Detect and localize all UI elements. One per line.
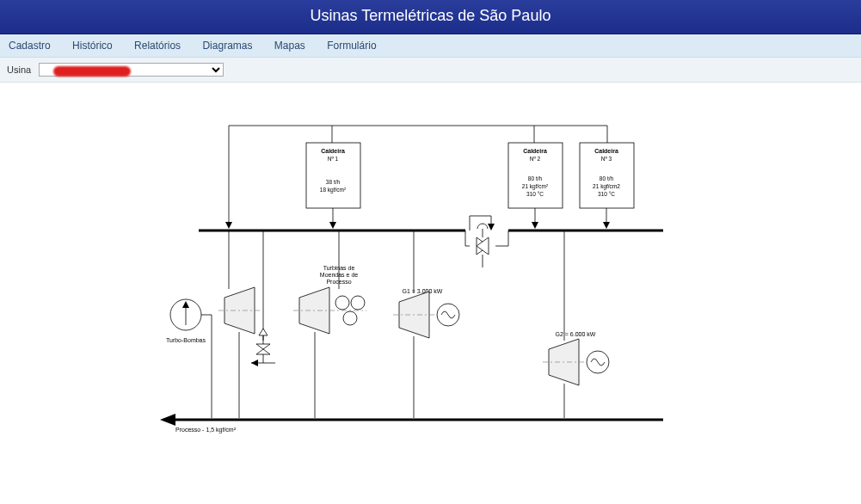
filter-bar: Usina (0, 58, 861, 83)
turbo-bombas-label: Turbo-Bombas (165, 337, 206, 343)
menu-formulario[interactable]: Formulário (327, 40, 376, 52)
process-diagram: Caldeira Nº 1 38 t/h 18 kgf/cm² Caldeira… (151, 100, 710, 470)
caldeira-1-sub: Nº 1 (327, 156, 338, 162)
caldeira-2-sub: Nº 2 (529, 156, 540, 162)
g2-turbine-icon (543, 339, 611, 385)
menu-historico[interactable]: Histórico (72, 40, 113, 52)
usina-label: Usina (7, 65, 31, 75)
turbine-2-icon (293, 287, 366, 334)
caldeira-2-l3: 310 °C (526, 191, 544, 197)
svg-marker-1 (329, 222, 336, 229)
turbinas-l1: Turbinas de (323, 265, 354, 271)
menu-diagramas[interactable]: Diagramas (202, 40, 252, 52)
svg-marker-8 (488, 224, 495, 230)
svg-marker-53 (160, 414, 175, 426)
caldeira-3-l2: 21 kgf/cm2 (593, 183, 620, 190)
svg-point-42 (343, 311, 357, 325)
svg-point-41 (351, 296, 365, 310)
redacted-value (53, 66, 131, 77)
svg-marker-34 (259, 329, 268, 335)
main-menu: Cadastro Histórico Relatórios Diagramas … (0, 34, 861, 58)
caldeira-3-title: Caldeira (594, 148, 618, 154)
caldeira-1-title: Caldeira (321, 148, 345, 154)
svg-marker-37 (251, 360, 258, 366)
svg-point-40 (335, 296, 349, 310)
caldeira-2-l2: 21 kgf/cm² (521, 183, 548, 190)
app-header: Usinas Termelétricas de São Paulo (0, 0, 861, 34)
caldeira-2-title: Caldeira (523, 148, 547, 154)
svg-marker-32 (256, 344, 270, 354)
diagram-area: Caldeira Nº 1 38 t/h 18 kgf/cm² Caldeira… (0, 83, 861, 470)
caldeira-2-l1: 80 t/h (527, 175, 542, 181)
turbo-bombas-icon (170, 299, 201, 330)
caldeira-3-sub: Nº 3 (600, 156, 612, 162)
menu-mapas[interactable]: Mapas (274, 40, 305, 52)
svg-marker-5 (603, 222, 610, 229)
app-title: Usinas Termelétricas de São Paulo (311, 7, 551, 24)
caldeira-1-l1: 38 t/h (325, 179, 340, 185)
valve-icon (251, 329, 275, 366)
processo-label: Processo - 1,5 kgf/cm² (175, 427, 237, 433)
menu-cadastro[interactable]: Cadastro (9, 40, 51, 52)
caldeira-1-l2: 18 kgf/cm² (319, 187, 346, 194)
turbinas-l3: Processo (326, 279, 351, 285)
g1-turbine-icon (393, 292, 461, 338)
g2-label: G2 = 6.000 kW (555, 331, 595, 337)
menu-relatorios[interactable]: Relatórios (134, 40, 181, 52)
caldeira-3-l1: 80 t/h (599, 175, 613, 181)
caldeira-3-l3: 310 °C (598, 191, 615, 197)
pressure-reducing-valve-icon (465, 216, 508, 267)
svg-marker-3 (532, 222, 538, 229)
turbinas-l2: Moendas e de (319, 272, 357, 278)
g1-label: G1 = 3.000 kW (402, 288, 442, 294)
svg-marker-22 (225, 222, 232, 229)
turbine-1-icon (218, 287, 261, 334)
